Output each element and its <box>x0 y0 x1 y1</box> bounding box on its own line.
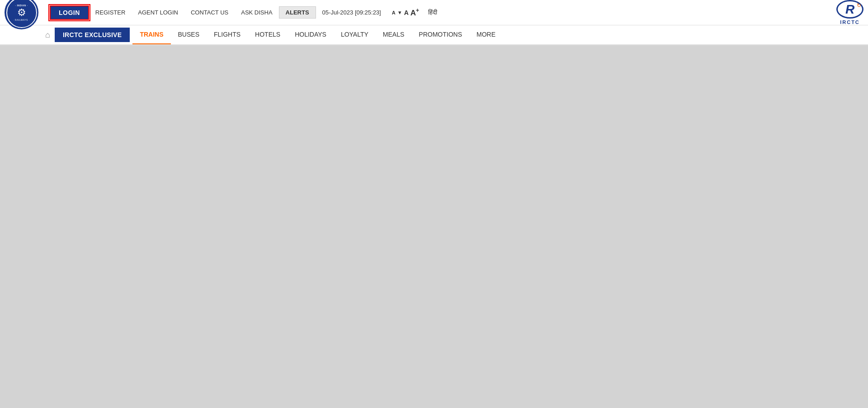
font-large-button[interactable]: A+ <box>410 7 419 18</box>
nav-flights[interactable]: FLIGHTS <box>207 25 248 44</box>
font-controls: A ▾ A A+ <box>387 7 424 18</box>
second-nav: ⌂ IRCTC EXCLUSIVE TRAINS BUSES FLIGHTS H… <box>0 25 868 45</box>
top-nav: · INDIAN · ⚙ · RAILWAYS · LOGIN REGISTER… <box>0 0 868 25</box>
home-button[interactable]: ⌂ <box>41 30 55 40</box>
nav-buses[interactable]: BUSES <box>171 25 207 44</box>
irctc-logo: R ↻ IRCTC <box>836 0 863 25</box>
nav-holidays[interactable]: HOLIDAYS <box>288 25 334 44</box>
second-nav-links: TRAINS BUSES FLIGHTS HOTELS HOLIDAYS LOY… <box>132 25 503 44</box>
irctc-label-text: IRCTC <box>840 19 860 25</box>
nav-hotels[interactable]: HOTELS <box>248 25 288 44</box>
register-link[interactable]: REGISTER <box>89 9 132 16</box>
font-small-button[interactable]: A <box>392 10 396 15</box>
irctc-logo-circle: R ↻ <box>836 0 863 19</box>
indian-railways-logo: · INDIAN · ⚙ · RAILWAYS · <box>5 0 38 29</box>
nav-more[interactable]: MORE <box>469 25 503 44</box>
font-plus-indicator: + <box>416 7 419 14</box>
ask-disha-link[interactable]: ASK DISHA <box>235 9 278 16</box>
alerts-button[interactable]: ALERTS <box>279 6 316 19</box>
top-nav-links: LOGIN REGISTER AGENT LOGIN CONTACT US AS… <box>50 0 442 25</box>
nav-loyalty[interactable]: LOYALTY <box>334 25 376 44</box>
font-medium-button[interactable]: A <box>404 9 409 16</box>
main-content <box>0 45 868 408</box>
nav-promotions[interactable]: PROMOTIONS <box>411 25 469 44</box>
irctc-exclusive-button[interactable]: IRCTC EXCLUSIVE <box>55 28 130 42</box>
login-button[interactable]: LOGIN <box>50 5 89 20</box>
datetime-display: 05-Jul-2023 [09:25:23] <box>316 9 387 16</box>
home-icon: ⌂ <box>45 30 50 40</box>
contact-us-link[interactable]: CONTACT US <box>184 9 235 16</box>
agent-login-link[interactable]: AGENT LOGIN <box>132 9 184 16</box>
nav-trains[interactable]: TRAINS <box>132 25 170 44</box>
hindi-language-link[interactable]: हिंदी <box>424 9 442 16</box>
nav-meals[interactable]: MEALS <box>376 25 411 44</box>
